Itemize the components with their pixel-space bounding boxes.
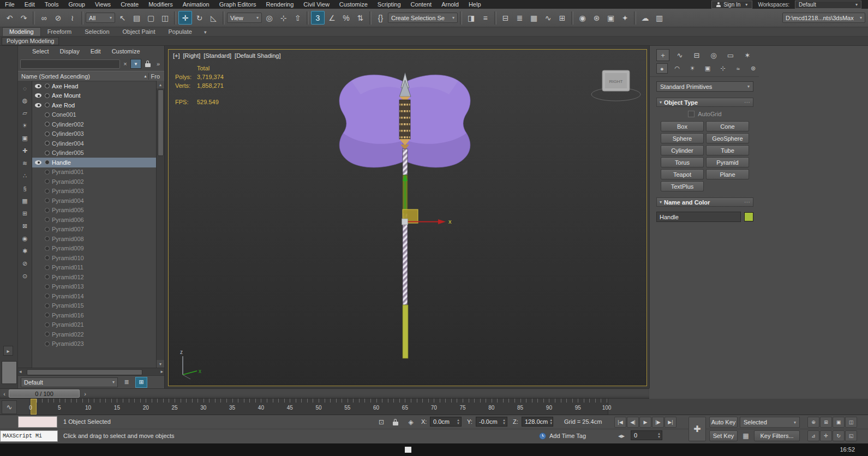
y-coordinate-field[interactable]: -0.0cm	[476, 417, 507, 427]
unlink-selection-icon[interactable]: ⊘	[51, 11, 65, 25]
scene-object-row[interactable]: Pyramid005	[32, 206, 156, 215]
key-filters-button[interactable]: Key Filters...	[754, 430, 800, 441]
menu-item-content[interactable]: Content	[406, 0, 437, 9]
pan-view-button[interactable]: ✛	[820, 430, 832, 441]
viewport-shading-menu[interactable]: [Default Shading]	[235, 52, 280, 59]
hscrollbar-thumb[interactable]	[27, 369, 142, 375]
workspaces-dropdown[interactable]: Default ▾	[795, 1, 861, 9]
auto-key-button[interactable]: Auto Key	[709, 417, 738, 428]
scene-object-row[interactable]: Axe Rod	[32, 100, 156, 110]
maxscript-mini-listener[interactable]	[18, 416, 57, 428]
display-groups-icon[interactable]: ⊞	[20, 207, 31, 220]
display-helpers-icon[interactable]: ✚	[20, 145, 31, 157]
scene-object-row[interactable]: Cylinder005	[32, 148, 156, 158]
menu-item-edit[interactable]: Edit	[20, 0, 40, 9]
menu-item-customize[interactable]: Customize	[334, 0, 373, 9]
trackbar-ruler[interactable]: 0510152025303540455055606570758085909510…	[30, 399, 608, 415]
scene-object-row[interactable]: Cylinder004	[32, 139, 156, 148]
display-tab[interactable]: ▭	[724, 49, 737, 61]
overflow-chevrons-icon[interactable]: »	[154, 61, 162, 67]
explorer-menu-customize[interactable]: Customize	[106, 48, 146, 55]
use-pivot-point-center-icon[interactable]: ◎	[262, 11, 276, 25]
scene-object-row[interactable]: Pyramid015	[32, 301, 156, 311]
create-cylinder-button[interactable]: Cylinder	[661, 145, 704, 155]
explorer-search-input[interactable]	[20, 59, 120, 69]
ribbon-tab-freeform[interactable]: Freeform	[41, 28, 79, 36]
show-frozen-icon[interactable]: ✱	[20, 245, 31, 257]
scene-object-row[interactable]: Pyramid007	[32, 225, 156, 235]
curve-editor-icon[interactable]: ∿	[541, 11, 555, 25]
zoom-all-button[interactable]: ⊞	[820, 417, 832, 428]
display-shapes-icon[interactable]: ▱	[20, 107, 31, 119]
set-key-button[interactable]: Set Key	[709, 430, 738, 441]
time-slider-next-arrow[interactable]: ›	[82, 390, 88, 397]
visibility-eye-icon[interactable]	[34, 159, 43, 166]
create-pyramid-button[interactable]: Pyramid	[706, 157, 749, 167]
viewport-right[interactable]: x RIGHT z x [+]	[168, 49, 647, 386]
object-type-rollout[interactable]: ▾ Object Type ⋯	[656, 98, 753, 107]
scene-object-row[interactable]: Pyramid013	[32, 282, 156, 292]
scene-object-row[interactable]: Cone001	[32, 110, 156, 120]
scene-object-row[interactable]: Cylinder003	[32, 129, 156, 139]
create-tube-button[interactable]: Tube	[706, 145, 749, 155]
taskbar-peek-window[interactable]	[405, 447, 411, 453]
scene-object-row[interactable]: Pyramid009	[32, 244, 156, 254]
z-coordinate-field[interactable]: 128.0cm	[522, 417, 553, 427]
viewport-layout-tab[interactable]	[2, 361, 17, 384]
display-cameras-icon[interactable]: ▣	[20, 132, 31, 145]
named-selection-set-dropdown[interactable]: Create Selection Se▾	[388, 13, 458, 23]
create-teapot-button[interactable]: Teapot	[661, 169, 704, 179]
play-animation-button[interactable]: ▶	[639, 417, 651, 428]
frame-spinner[interactable]	[657, 432, 661, 439]
display-geometry-icon[interactable]: ◍	[20, 94, 31, 107]
scene-object-row[interactable]: Cylinder002	[32, 119, 156, 129]
scene-object-row[interactable]: Pyramid012	[32, 272, 156, 282]
window-crossing-toggle-icon[interactable]: ◫	[158, 11, 172, 25]
frozen-column-header[interactable]: Fro	[148, 73, 163, 80]
previous-frame-button[interactable]: ◀|	[627, 417, 639, 428]
scene-object-row[interactable]: Pyramid001	[32, 167, 156, 177]
scene-object-row[interactable]: Pyramid006	[32, 215, 156, 225]
name-column-header[interactable]: Name (Sorted Ascending)	[20, 73, 142, 80]
percent-snap-toggle-icon[interactable]: %	[339, 11, 353, 25]
menu-item-animation[interactable]: Animation	[178, 0, 214, 9]
scene-object-row[interactable]: Axe Head	[32, 81, 156, 91]
autogrid-checkbox[interactable]	[688, 111, 695, 117]
selection-filter-dropdown[interactable]: All▾	[86, 13, 115, 23]
material-editor-icon[interactable]: ◉	[576, 11, 589, 25]
z-spinner[interactable]	[549, 418, 553, 425]
explorer-menu-edit[interactable]: Edit	[85, 48, 106, 55]
spinner-snap-toggle-icon[interactable]: ⇅	[354, 11, 367, 25]
y-spinner[interactable]	[502, 418, 506, 425]
rectangular-selection-region-icon[interactable]: ▢	[144, 11, 158, 25]
go-to-end-button[interactable]: ▶|	[665, 417, 677, 428]
spacewarps-category[interactable]: ≈	[732, 63, 744, 74]
scene-object-row[interactable]: Pyramid002	[32, 177, 156, 187]
utilities-tab[interactable]: ✶	[741, 49, 754, 61]
explorer-menu-display[interactable]: Display	[55, 48, 85, 55]
scroll-up-arrow[interactable]: ▴	[157, 81, 164, 88]
visibility-eye-icon[interactable]	[34, 102, 43, 109]
maxscript-mini-listener-bar[interactable]: MAXScript Mi	[0, 430, 58, 442]
scene-object-row[interactable]: Pyramid021	[32, 320, 156, 330]
create-cone-button[interactable]: Cone	[706, 121, 749, 131]
menu-item-modifiers[interactable]: Modifiers	[143, 0, 178, 9]
display-particles-icon[interactable]: ∴	[20, 170, 31, 182]
select-and-scale-icon[interactable]: ◺	[207, 11, 220, 25]
display-none-icon[interactable]: ◌	[20, 82, 31, 94]
object-color-swatch[interactable]	[744, 212, 753, 221]
create-box-button[interactable]: Box	[661, 121, 704, 131]
scene-object-row[interactable]: Pyramid004	[32, 196, 156, 206]
scene-object-row[interactable]: Pyramid008	[32, 234, 156, 244]
render-production-icon[interactable]: ✦	[618, 11, 632, 25]
scene-object-row[interactable]: Handle	[32, 158, 156, 167]
redo-icon[interactable]: ↷	[17, 11, 31, 25]
display-materials-icon[interactable]: ◉	[20, 232, 31, 245]
viewport-pov-menu[interactable]: [Right]	[183, 52, 201, 59]
mirror-icon[interactable]: ◨	[464, 11, 478, 25]
scene-object-row[interactable]: Pyramid011	[32, 263, 156, 273]
create-torus-button[interactable]: Torus	[661, 157, 704, 167]
mini-curve-editor-button[interactable]: ∿	[2, 400, 17, 414]
scroll-left-arrow[interactable]: ◂	[19, 369, 22, 374]
create-tab[interactable]: +	[656, 49, 669, 61]
